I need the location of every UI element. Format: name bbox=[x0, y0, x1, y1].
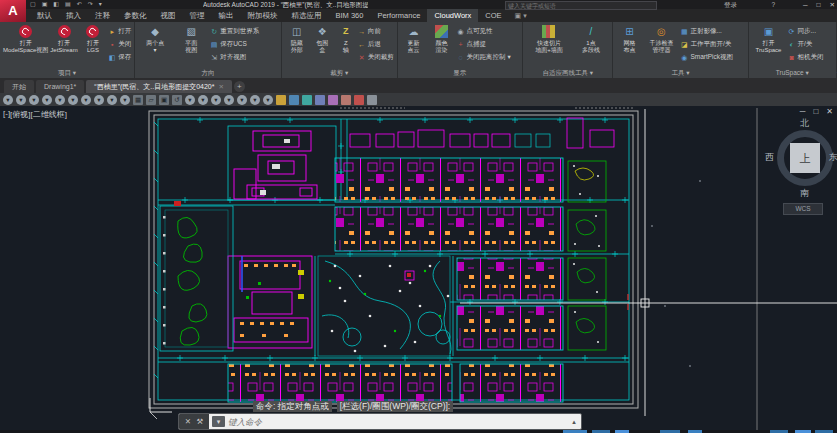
app-minimize-button[interactable]: ─ bbox=[803, 0, 808, 9]
region-grow-icon[interactable]: ▦ bbox=[133, 95, 143, 105]
viewcube-south[interactable]: 南 bbox=[800, 187, 809, 200]
cloudworx-tool-6-icon[interactable]: ▾ bbox=[68, 95, 78, 105]
clip-back-button[interactable]: ← 后退 bbox=[358, 38, 394, 51]
ribbon-tab-默认[interactable]: 默认 bbox=[30, 9, 59, 22]
ribbon-tab-输出[interactable]: 输出 bbox=[212, 9, 241, 22]
ribbon-tab-CloudWorx[interactable]: CloudWorx bbox=[427, 9, 478, 22]
viewcube-top-face[interactable]: 上 bbox=[790, 143, 820, 173]
new-drawing-button[interactable]: + bbox=[234, 81, 245, 92]
viewport-view-control[interactable]: [俯视] bbox=[10, 109, 30, 120]
cloudworx-tool-15-icon[interactable]: ▾ bbox=[237, 95, 247, 105]
truspace-toggle-button[interactable]: ◐ 开/关 bbox=[788, 38, 824, 51]
hide-outside-button[interactable]: ◫ 隐藏 外部 bbox=[285, 24, 309, 53]
viewcube-wcs-menu[interactable]: WCS bbox=[783, 203, 823, 215]
undo-icon[interactable]: ↶ bbox=[77, 0, 82, 9]
drawing-canvas[interactable]: [-] [俯视] [二维线框] ─ □ ✕ 上 北 南 西 东 WCS 命令: … bbox=[0, 106, 837, 433]
open-truspace-button[interactable]: ▣ 打开 TruSpace bbox=[752, 24, 786, 53]
one-point-polyline-button[interactable]: / 1点 多段线 bbox=[574, 24, 608, 53]
cloudworx-tool-4-icon[interactable]: ▾ bbox=[42, 95, 52, 105]
doc-tab-active[interactable]: “西柚里”(民宿、文..目地形图提交0420*✕ bbox=[86, 80, 232, 93]
snapshot-icon[interactable] bbox=[289, 95, 299, 105]
reset-view-icon[interactable]: ↺ bbox=[172, 95, 182, 105]
ribbon-tab-注释[interactable]: 注释 bbox=[88, 9, 117, 22]
pointcloud-style-icon[interactable] bbox=[302, 95, 312, 105]
clip-forward-button[interactable]: → 向前 bbox=[358, 25, 394, 38]
doc-minimize-button[interactable]: ─ bbox=[800, 107, 806, 116]
customize-qat-icon[interactable]: ▾ bbox=[99, 0, 102, 9]
cloudworx-tool-10-icon[interactable]: ▾ bbox=[120, 95, 130, 105]
cloudworx-tool-12-icon[interactable]: ▾ bbox=[198, 95, 208, 105]
ribbon-tab-插入[interactable]: 插入 bbox=[59, 9, 88, 22]
doc-restore-button[interactable]: □ bbox=[813, 107, 818, 116]
interference-check-button[interactable]: ◎ 干涉检查 管理器 bbox=[644, 24, 678, 53]
help-search-input[interactable] bbox=[506, 3, 656, 9]
cloudworx-tool-8-icon[interactable]: ▾ bbox=[94, 95, 104, 105]
export-icon[interactable] bbox=[354, 95, 364, 105]
open-lgs-button[interactable]: 打开 LGS bbox=[80, 24, 106, 53]
cloudworx-tool-16-icon[interactable]: ▾ bbox=[250, 95, 260, 105]
ribbon-tab-视图[interactable]: 视图 bbox=[154, 9, 183, 22]
viewcube-west[interactable]: 西 bbox=[765, 151, 774, 164]
command-input[interactable] bbox=[228, 414, 567, 429]
ribbon-tab-管理[interactable]: 管理 bbox=[183, 9, 212, 22]
tab-close-icon[interactable]: ✕ bbox=[218, 83, 223, 90]
recent-commands-icon[interactable]: ▾ bbox=[212, 416, 225, 427]
distance-control-off-button[interactable]: ◌ 关闭距离控制 ▾ bbox=[457, 51, 511, 64]
doc-close-button[interactable]: ✕ bbox=[826, 107, 833, 116]
command-line-bar[interactable]: ✕ ⚒ ▾ ▴ bbox=[178, 413, 582, 430]
panel-label-project[interactable]: 项目 ▾ bbox=[0, 67, 134, 78]
open-file-icon[interactable]: ▣ bbox=[42, 0, 48, 9]
grid-points-button[interactable]: ⊞ 网格 布点 bbox=[616, 24, 642, 53]
app-restore-button[interactable]: □ bbox=[817, 0, 821, 9]
z-axis-button[interactable]: Z Z 轴 bbox=[336, 24, 356, 53]
ribbon-tab-Performance[interactable]: Performance bbox=[370, 9, 427, 22]
ribbon-tab-附加模块[interactable]: 附加模块 bbox=[241, 9, 285, 22]
project-open-button[interactable]: ▸ 打开 bbox=[108, 25, 131, 38]
cloudworx-tool-14-icon[interactable]: ▾ bbox=[224, 95, 234, 105]
open-modelspace-view-button[interactable]: 打开 ModelSpace视图 bbox=[3, 24, 48, 53]
point-snap-button[interactable]: + 点捕捉 bbox=[457, 38, 511, 51]
cloudworx-tool-17-icon[interactable]: ▾ bbox=[263, 95, 273, 105]
panel-label-direction[interactable]: 方向 bbox=[135, 67, 281, 78]
cloudworx-tool-7-icon[interactable]: ▾ bbox=[81, 95, 91, 105]
signin-area[interactable]: 登录 bbox=[724, 0, 737, 9]
view-manager-icon[interactable] bbox=[315, 95, 325, 105]
truspace-sync-button[interactable]: ⟳ 同步... bbox=[788, 25, 824, 38]
cloudworx-tool-13-icon[interactable]: ▾ bbox=[211, 95, 221, 105]
cloudworx-tool-2-icon[interactable]: ▾ bbox=[16, 95, 26, 105]
viewcube-east[interactable]: 东 bbox=[829, 151, 837, 164]
reset-to-world-button[interactable]: ↻ 重置到世界系 bbox=[210, 25, 259, 38]
two-points-button[interactable]: ◆ 两个点 ▾ bbox=[138, 24, 172, 53]
cloudworx-tool-11-icon[interactable]: ▾ bbox=[185, 95, 195, 105]
align-view-button[interactable]: ⇲ 对齐视图 bbox=[210, 51, 259, 64]
doc-tab-drawing1[interactable]: Drawing1* bbox=[36, 80, 84, 93]
plot-icon[interactable]: ▤ bbox=[65, 0, 71, 9]
measure-icon[interactable] bbox=[328, 95, 338, 105]
project-save-button[interactable]: ◧ 保存 bbox=[108, 51, 131, 64]
open-jetstream-button[interactable]: 打开 JetStream bbox=[50, 24, 77, 53]
help-button[interactable]: ? bbox=[771, 0, 775, 9]
save-ucs-button[interactable]: ▤ 保存UCS bbox=[210, 38, 259, 51]
clip-off-button[interactable]: ✕ 关闭裁剪 bbox=[358, 51, 394, 64]
redo-icon[interactable]: ↷ bbox=[88, 0, 93, 9]
viewcube-north[interactable]: 北 bbox=[800, 117, 809, 130]
ribbon-tab-精选应用[interactable]: 精选应用 bbox=[285, 9, 329, 22]
bounding-box-button[interactable]: ❖ 包围 盒 bbox=[310, 24, 334, 53]
panel-label-adaptive[interactable]: 自适应画线工具 ▾ bbox=[523, 67, 612, 78]
project-close-button[interactable]: ▪ 关闭 bbox=[108, 38, 131, 51]
new-file-icon[interactable]: ▢ bbox=[30, 0, 36, 9]
workplane-toggle-button[interactable]: ◪ 工作平面开/关 bbox=[680, 38, 733, 51]
quick-slice-button[interactable]: 快速切片 地面+墙面 bbox=[526, 24, 572, 53]
point-visibility-button[interactable]: ◉ 点可见性 bbox=[457, 25, 511, 38]
site-plan-drawing[interactable] bbox=[0, 106, 837, 433]
signin-label[interactable]: 登录 bbox=[724, 0, 737, 9]
ribbon-tab-COE[interactable]: COE bbox=[478, 9, 508, 22]
panel-label-truspace[interactable]: TruSpace ▾ bbox=[749, 67, 836, 78]
panel-label-tools[interactable]: 工具 ▾ bbox=[613, 67, 747, 78]
cloudworx-tool-9-icon[interactable]: ▾ bbox=[107, 95, 117, 105]
app-close-button[interactable]: ✕ bbox=[830, 0, 835, 9]
command-close-icon[interactable]: ✕ bbox=[185, 417, 191, 426]
update-pointcloud-button[interactable]: ☁ 更新 点云 bbox=[401, 24, 427, 53]
command-tools-icon[interactable]: ⚒ bbox=[197, 417, 204, 426]
fence-icon[interactable]: ▱ bbox=[146, 95, 156, 105]
